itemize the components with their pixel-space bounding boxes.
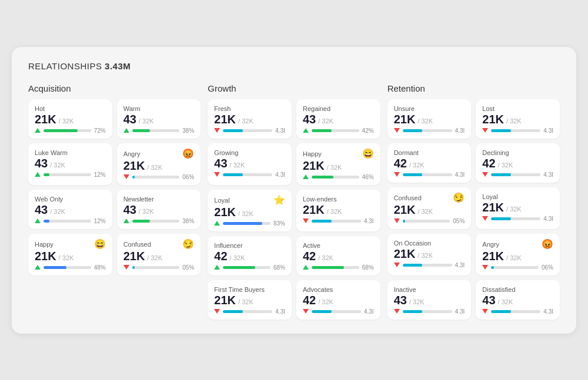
- card-values-row: 43/ 32K: [123, 113, 195, 125]
- card-bar-row: 4.3I: [214, 308, 285, 315]
- card-main-value: 21K: [394, 248, 416, 260]
- arrow-up-icon: [123, 128, 129, 133]
- card-label-row: First Time Buyers: [214, 286, 285, 293]
- card-values-row: 42/ 32K: [394, 157, 465, 169]
- card-pct: 4.3I: [364, 308, 374, 315]
- card-retention-5[interactable]: Loyal21K/ 32K4.3I: [476, 187, 560, 229]
- card-indicator: [214, 221, 220, 226]
- card-indicator: [394, 128, 400, 133]
- card-retention-9[interactable]: Dissatisfied43/ 32K4.3I: [476, 280, 560, 320]
- card-acquisition-3[interactable]: Angry😡21K/ 32K06%: [117, 143, 201, 185]
- card-bar-wrap: [223, 266, 270, 269]
- card-bar-wrap: [223, 310, 272, 313]
- card-bar: [312, 220, 332, 223]
- card-growth-8[interactable]: First Time Buyers21K/ 32K4.3I: [208, 280, 292, 320]
- header: RELATIONSHIPS 3.43M: [28, 61, 560, 72]
- card-retention-3[interactable]: Declining42/ 32K4.3I: [476, 143, 560, 183]
- card-sub-value: / 32K: [139, 117, 154, 125]
- card-bar-wrap: [312, 129, 359, 132]
- arrow-up-icon: [214, 265, 220, 270]
- card-label-text: Angry: [482, 241, 499, 248]
- card-bar-wrap: [132, 266, 180, 269]
- card-acquisition-7[interactable]: Confused😏21K/ 32K05%: [117, 234, 201, 275]
- card-acquisition-5[interactable]: Newsletter43/ 32K38%: [117, 190, 201, 229]
- card-values-row: 43/ 32K: [482, 294, 553, 306]
- card-label-text: Web Only: [35, 196, 63, 203]
- card-sub-value: / 32K: [506, 117, 522, 125]
- section-title-growth: Growth: [208, 83, 380, 93]
- section-retention: RetentionUnsure21K/ 32K4.3ILost21K/ 32K4…: [387, 83, 560, 320]
- card-indicator: [394, 218, 400, 223]
- arrow-down-icon: [482, 265, 488, 270]
- card-bar: [223, 129, 243, 132]
- card-sub-value: / 32K: [147, 164, 162, 171]
- card-bar-wrap: [132, 220, 180, 223]
- card-retention-8[interactable]: Inactive43/ 32K4.3I: [387, 280, 472, 320]
- card-retention-6[interactable]: On Occasion21K/ 32K4.3I: [387, 234, 472, 275]
- card-growth-7[interactable]: Active42/ 32K68%: [296, 236, 380, 275]
- card-emoji: 😡: [542, 240, 553, 249]
- card-bar-row: 46%: [303, 174, 374, 180]
- card-growth-1[interactable]: Regained43/ 32K42%: [296, 99, 380, 139]
- card-emoji: ⭐: [273, 196, 285, 205]
- card-acquisition-4[interactable]: Web Only43/ 32K12%: [28, 190, 112, 229]
- card-bar-wrap: [312, 176, 359, 179]
- card-pct: 4.3I: [543, 127, 553, 134]
- card-main-value: 43: [123, 204, 136, 216]
- card-sub-value: / 32K: [417, 208, 433, 215]
- card-indicator: [394, 172, 400, 177]
- card-label-text: Influencer: [214, 242, 242, 249]
- card-retention-2[interactable]: Dormant42/ 32K4.3I: [387, 143, 472, 183]
- section-acquisition: AcquisitionHot21K/ 32K72%Warm43/ 32K38%L…: [28, 83, 201, 320]
- card-main-value: 21K: [394, 113, 416, 125]
- card-indicator: [35, 265, 41, 270]
- card-label-row: Inactive: [394, 286, 465, 293]
- card-acquisition-2[interactable]: Luke Warm43/ 32K12%: [28, 143, 112, 185]
- card-sub-value: / 32K: [417, 252, 433, 259]
- card-bar-row: 05%: [123, 264, 195, 271]
- card-growth-2[interactable]: Growing43/ 32K4.3I: [208, 143, 292, 185]
- card-sub-value: / 32K: [506, 206, 522, 213]
- card-indicator: [123, 128, 129, 133]
- card-label-row: Growing: [214, 149, 285, 156]
- arrow-up-icon: [35, 172, 41, 177]
- section-growth: GrowthFresh21K/ 32K4.3IRegained43/ 32K42…: [208, 83, 380, 320]
- card-bar-wrap: [491, 310, 540, 313]
- card-bar-row: 06%: [482, 264, 553, 271]
- card-sub-value: / 32K: [327, 208, 342, 215]
- card-pct: 4.3I: [455, 262, 465, 268]
- card-label-row: Advocates: [303, 286, 374, 293]
- card-growth-0[interactable]: Fresh21K/ 32K4.3I: [208, 99, 292, 139]
- card-growth-5[interactable]: Low-enders21K/ 32K4.3I: [296, 190, 380, 231]
- card-bar-wrap: [44, 266, 91, 269]
- card-acquisition-1[interactable]: Warm43/ 32K38%: [117, 99, 201, 139]
- card-growth-3[interactable]: Happy😄21K/ 32K46%: [296, 143, 380, 185]
- card-bar: [403, 129, 423, 132]
- card-bar-wrap: [312, 266, 359, 269]
- card-retention-4[interactable]: Confused😏21K/ 32K05%: [387, 187, 472, 229]
- arrow-down-icon: [214, 309, 220, 314]
- card-label-text: Fresh: [214, 105, 230, 112]
- card-values-row: 43/ 32K: [35, 204, 106, 216]
- card-retention-1[interactable]: Lost21K/ 32K4.3I: [476, 99, 560, 139]
- card-growth-9[interactable]: Advocates42/ 32K4.3I: [296, 280, 380, 320]
- card-acquisition-0[interactable]: Hot21K/ 32K72%: [28, 99, 112, 139]
- card-retention-0[interactable]: Unsure21K/ 32K4.3I: [387, 99, 472, 139]
- arrow-down-icon: [303, 309, 309, 314]
- card-emoji: 😏: [453, 193, 465, 203]
- card-values-row: 21K/ 32K: [123, 250, 195, 262]
- card-retention-7[interactable]: Angry😡21K/ 32K06%: [476, 234, 560, 275]
- card-growth-6[interactable]: Influencer42/ 32K68%: [208, 236, 292, 275]
- header-prefix: RELATIONSHIPS: [28, 61, 102, 71]
- cards-grid-acquisition: Hot21K/ 32K72%Warm43/ 32K38%Luke Warm43/…: [28, 99, 201, 275]
- arrow-down-icon: [482, 172, 488, 177]
- card-indicator: [482, 309, 488, 314]
- card-acquisition-6[interactable]: Happy😄21K/ 32K48%: [28, 234, 112, 275]
- card-growth-4[interactable]: Loyal⭐21K/ 32K83%: [208, 190, 292, 231]
- cards-grid-growth: Fresh21K/ 32K4.3IRegained43/ 32K42%Growi…: [208, 99, 380, 320]
- card-pct: 68%: [273, 264, 285, 271]
- card-bar-wrap: [132, 129, 180, 132]
- card-bar-wrap: [403, 220, 450, 223]
- card-pct: 12%: [94, 218, 106, 224]
- card-values-row: 21K/ 32K: [482, 113, 553, 125]
